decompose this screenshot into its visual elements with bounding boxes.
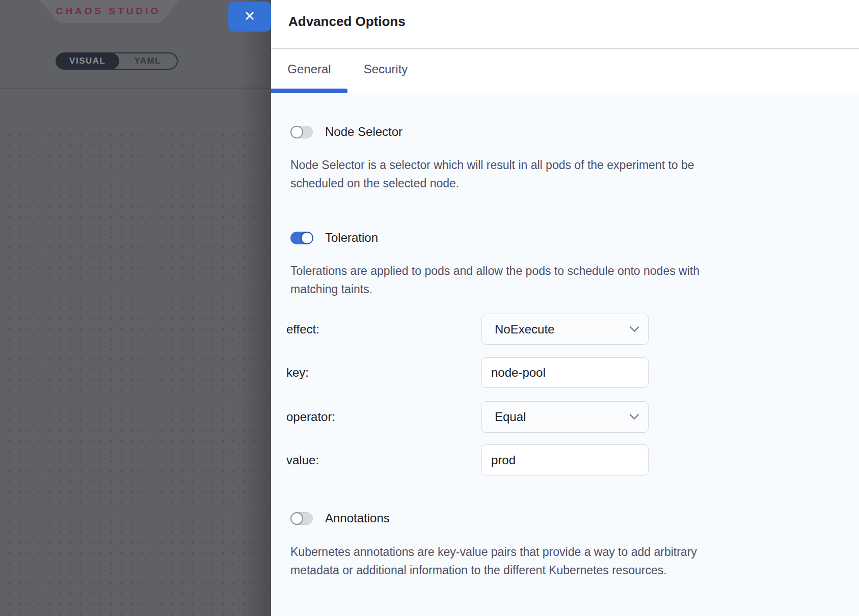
key-field-row: key: [271,357,859,388]
visual-yaml-toggle[interactable]: VISUAL YAML [56,52,178,70]
value-field-row: value: [271,444,859,475]
annotations-row: Annotations [290,511,390,525]
modal-backdrop: CHAOS STUDIO VISUAL YAML [0,0,271,616]
operator-select[interactable]: Equal [481,401,649,433]
key-input-box [481,357,649,388]
operator-label: operator: [286,401,335,433]
tab-visual[interactable]: VISUAL [56,53,119,69]
advanced-options-drawer: Advanced Options General Security Node S… [271,0,859,616]
drawer-shadow [238,0,271,616]
key-label: key: [286,357,309,388]
effect-label: effect: [286,314,319,345]
value-input[interactable] [482,445,648,475]
node-selector-row: Node Selector [290,125,402,139]
app-title: CHAOS STUDIO [56,6,161,18]
close-icon: ✕ [244,10,256,23]
toolbar-divider [0,88,271,89]
annotations-description: Kubernetes annotations are key-value pai… [290,543,697,579]
annotations-toggle[interactable] [290,512,313,525]
operator-field-row: operator: Equal [271,401,859,433]
value-label: value: [286,444,319,475]
chevron-down-icon [629,410,639,420]
effect-field-row: effect: NoExecute [271,314,859,345]
experiment-canvas [0,127,271,616]
toleration-label: Toleration [325,231,378,245]
close-drawer-button[interactable]: ✕ [228,2,271,32]
node-selector-label: Node Selector [325,125,402,139]
page-title: Advanced Options [288,14,406,30]
tab-yaml[interactable]: YAML [119,53,177,69]
toleration-description: Tolerations are applied to pods and allo… [290,262,700,298]
toleration-toggle[interactable] [290,232,313,244]
effect-select[interactable]: NoExecute [481,314,649,345]
tab-security[interactable]: Security [347,49,424,89]
toggle-knob [301,232,313,244]
tab-general[interactable]: General [271,49,347,89]
annotations-label: Annotations [325,511,390,525]
effect-selected-value: NoExecute [495,322,631,337]
node-selector-toggle[interactable] [290,126,313,138]
toggle-knob [290,512,303,525]
operator-selected-value: Equal [495,410,631,424]
toggle-knob [290,126,303,138]
chaos-studio-screen: CHAOS STUDIO VISUAL YAML ✕ Advanced Opti… [0,0,859,616]
toleration-row: Toleration [290,231,378,245]
key-input[interactable] [482,358,648,387]
value-input-box [481,444,649,475]
chaos-studio-banner: CHAOS STUDIO [36,0,181,23]
node-selector-description: Node Selector is a selector which will r… [290,156,694,192]
chevron-down-icon [629,322,639,332]
drawer-tabs: General Security [271,49,859,89]
active-tab-indicator [271,89,347,93]
